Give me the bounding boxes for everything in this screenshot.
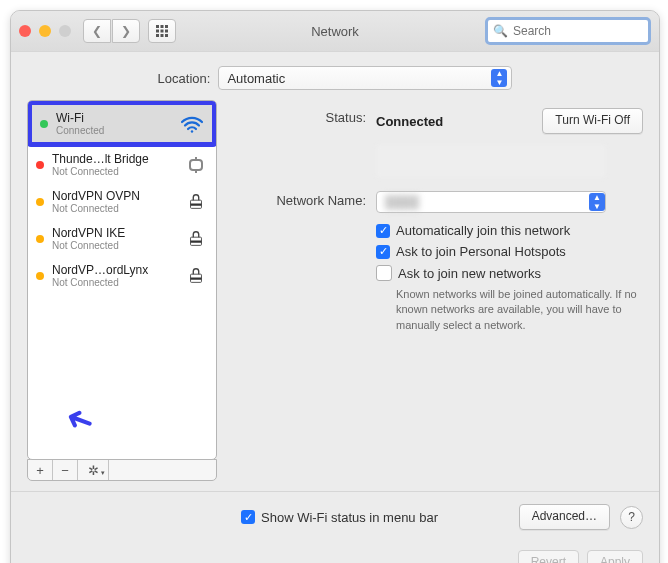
svg-rect-10 — [190, 160, 202, 170]
checkmark-icon: ✓ — [376, 224, 390, 238]
status-dot — [36, 235, 44, 243]
new-networks-explain: Known networks will be joined automatica… — [396, 287, 643, 333]
vpn-lock-icon — [182, 192, 210, 212]
status-dot — [36, 272, 44, 280]
add-service-button[interactable]: + — [28, 460, 53, 480]
status-label: Status: — [231, 108, 376, 125]
location-value: Automatic — [227, 71, 285, 86]
status-value: Connected — [376, 114, 443, 129]
service-item-wifi[interactable]: Wi-Fi Connected — [27, 100, 217, 147]
show-status-checkbox[interactable]: ✓ Show Wi-Fi status in menu bar — [241, 510, 438, 525]
chevron-updown-icon: ▲▼ — [491, 69, 507, 87]
apply-button: Apply — [587, 550, 643, 563]
chevron-updown-icon: ▲▼ — [589, 193, 605, 211]
new-networks-checkbox[interactable]: Ask to join new networks — [376, 265, 643, 281]
network-name-select[interactable]: ████ ▲▼ — [376, 191, 606, 213]
wifi-toggle-button[interactable]: Turn Wi-Fi Off — [542, 108, 643, 134]
thunderbolt-icon — [182, 155, 210, 175]
status-dot — [36, 198, 44, 206]
status-dot — [40, 120, 48, 128]
advanced-button[interactable]: Advanced… — [519, 504, 610, 530]
checkmark-icon: ✓ — [376, 245, 390, 259]
titlebar: ❮ ❯ Network 🔍 — [11, 11, 659, 52]
services-sidebar: Wi-Fi Connected Thunde…lt Bridge Not Con… — [27, 100, 217, 460]
help-button[interactable]: ? — [620, 506, 643, 529]
gear-icon: ✲▾ — [88, 463, 99, 478]
vpn-lock-icon — [182, 266, 210, 286]
redacted-ssid: ████ — [385, 195, 589, 209]
revert-button: Revert — [518, 550, 579, 563]
hotspots-checkbox[interactable]: ✓ Ask to join Personal Hotspots — [376, 244, 643, 259]
location-label: Location: — [158, 71, 211, 86]
vpn-lock-icon — [182, 229, 210, 249]
status-dot — [36, 161, 44, 169]
location-select[interactable]: Automatic ▲▼ — [218, 66, 512, 90]
network-preferences-window: ❮ ❯ Network 🔍 Location: Automatic ▲▼ — [10, 10, 660, 563]
wifi-icon — [178, 114, 206, 134]
redacted-status-detail — [376, 144, 606, 178]
checkbox-empty-icon — [376, 265, 392, 281]
service-item-thunderbolt[interactable]: Thunde…lt Bridge Not Connected — [28, 146, 216, 183]
annotation-arrow: ➜ — [60, 397, 100, 444]
auto-join-checkbox[interactable]: ✓ Automatically join this network — [376, 223, 643, 238]
checkmark-icon: ✓ — [241, 510, 255, 524]
service-options-button[interactable]: ✲▾ — [78, 460, 109, 480]
sidebar-footer: + − ✲▾ — [27, 459, 217, 481]
svg-point-9 — [191, 130, 193, 132]
network-name-label: Network Name: — [231, 191, 376, 208]
service-item-vpn[interactable]: NordVPN OVPN Not Connected — [28, 183, 216, 220]
detail-panel: Status: Connected Turn Wi-Fi Off Network… — [231, 100, 643, 481]
remove-service-button[interactable]: − — [53, 460, 78, 480]
service-item-vpn[interactable]: NordVPN IKE Not Connected — [28, 220, 216, 257]
window-title: Network — [11, 24, 659, 39]
service-item-vpn[interactable]: NordVP…ordLynx Not Connected — [28, 257, 216, 294]
